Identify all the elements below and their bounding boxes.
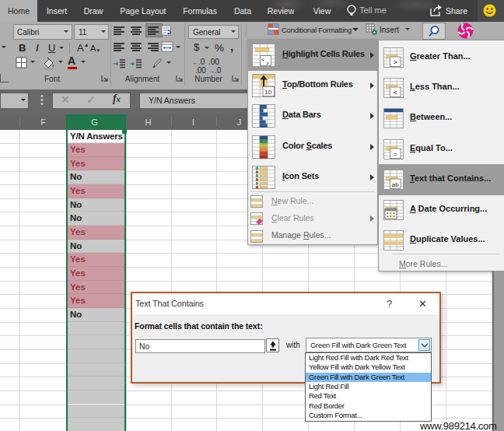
- svg-text:10: 10: [264, 89, 271, 96]
- svg-text:>: >: [266, 60, 270, 67]
- svg-text:ab: ab: [392, 181, 399, 188]
- svg-text:<: <: [261, 56, 265, 63]
- svg-text:>: >: [394, 58, 397, 66]
- svg-text:=: =: [394, 149, 397, 157]
- svg-text:<: <: [394, 89, 397, 96]
